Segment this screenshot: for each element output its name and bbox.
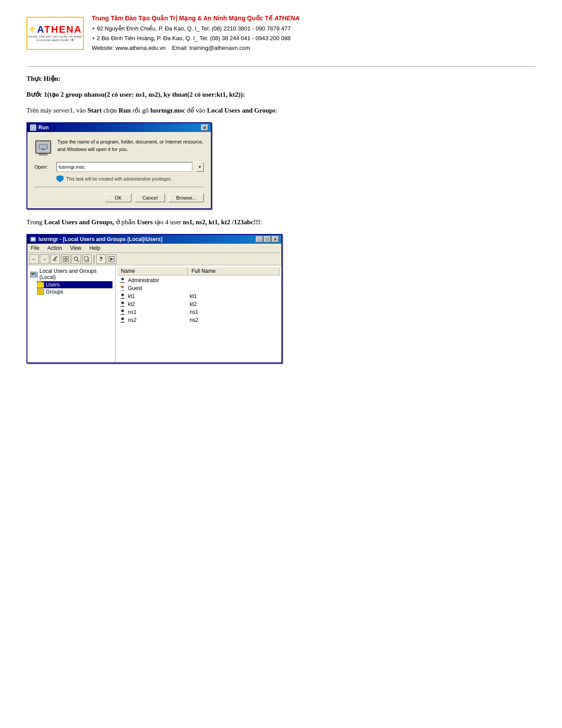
guest-user-icon bbox=[119, 285, 126, 292]
lusrmgr-toolbar: ← → ? bbox=[27, 253, 281, 265]
svg-point-30 bbox=[121, 302, 124, 304]
menu-view[interactable]: View bbox=[69, 245, 82, 252]
lusrmgr-titlebar: lusrmgr - [Local Users and Groups (Local… bbox=[27, 235, 281, 244]
user-name: ns2 bbox=[128, 317, 136, 323]
svg-marker-19 bbox=[110, 257, 113, 261]
run-ok-button[interactable]: OK bbox=[105, 193, 131, 202]
user-icon bbox=[119, 301, 126, 308]
address2: + 2 Bis Đinh Tiên Hoàng, P. Đa Kao, Q. I… bbox=[92, 34, 300, 43]
table-column-headers: Name Full Name bbox=[117, 267, 280, 275]
sidebar-item-groups[interactable]: Groups bbox=[37, 288, 112, 295]
run-description: Type the name of a program, folder, docu… bbox=[57, 138, 204, 153]
users-folder-icon bbox=[37, 282, 44, 288]
run-open-input[interactable] bbox=[56, 162, 192, 172]
table-row[interactable]: kt1 kt1 bbox=[117, 292, 280, 300]
run-cancel-button[interactable]: Cancel bbox=[135, 193, 165, 202]
svg-line-15 bbox=[77, 260, 79, 262]
lusrmgr-bold2: Users bbox=[137, 219, 153, 226]
lusrmgr-root-icon bbox=[30, 271, 38, 278]
lusrmgr-titlebar-buttons: _ □ × bbox=[256, 236, 279, 242]
shield-icon bbox=[56, 175, 64, 182]
menu-action[interactable]: Action bbox=[46, 245, 63, 252]
groups-folder-icon bbox=[37, 289, 44, 295]
intro-start: Start bbox=[87, 107, 102, 114]
svg-point-31 bbox=[121, 309, 124, 312]
table-row[interactable]: ns1 ns1 bbox=[117, 308, 280, 316]
lusrmgr-minimize-button[interactable]: _ bbox=[256, 236, 263, 242]
toolbar-forward-button[interactable]: → bbox=[40, 254, 49, 264]
lusrmgr-prefix: Trong bbox=[26, 219, 44, 226]
lusrmgr-suffix: tạo 4 user bbox=[153, 219, 183, 226]
svg-rect-8 bbox=[53, 260, 56, 261]
header-divider bbox=[26, 66, 536, 67]
step1-heading-block: Bước 1(tạo 2 group nhansu(2 có user: ns1… bbox=[26, 91, 536, 98]
lusrmgr-close-button[interactable]: × bbox=[272, 236, 279, 242]
menu-file[interactable]: File bbox=[30, 245, 40, 252]
user-name-cell: kt1 bbox=[117, 293, 188, 300]
run-browse-button[interactable]: Browse... bbox=[169, 193, 204, 202]
lusrmgr-main-panel: Name Full Name Administrator Gu bbox=[116, 265, 281, 362]
lusrmgr-mid: ở phần bbox=[114, 219, 137, 226]
section-label: Thực Hiện: bbox=[26, 75, 60, 82]
col-header-fullname[interactable]: Full Name bbox=[188, 267, 280, 275]
svg-rect-4 bbox=[42, 149, 45, 150]
admin-note-text: This task will be created with administr… bbox=[66, 177, 172, 181]
toolbar-play-button[interactable] bbox=[107, 254, 116, 264]
lusrmgr-bold1: Local Users and Groups, bbox=[44, 219, 114, 226]
user-icon bbox=[119, 293, 126, 300]
sidebar-children: Users Groups bbox=[37, 281, 112, 295]
col-header-name[interactable]: Name bbox=[117, 267, 188, 275]
header-contact: Trung Tâm Đào Tạo Quản Trị Mạng & An Nin… bbox=[92, 13, 300, 53]
table-row[interactable]: ns2 ns2 bbox=[117, 316, 280, 324]
svg-point-14 bbox=[74, 257, 78, 260]
intro-cmd: lusrmgr.msc bbox=[150, 107, 185, 114]
admin-user-icon bbox=[119, 277, 126, 284]
sidebar-users-label: Users bbox=[46, 282, 60, 288]
menu-help[interactable]: Help bbox=[89, 245, 101, 252]
run-dialog-body: Type the name of a program, folder, docu… bbox=[27, 132, 211, 208]
lusrmgr-title-text: lusrmgr - [Local Users and Groups (Local… bbox=[38, 236, 162, 242]
table-row[interactable]: Guest bbox=[117, 284, 280, 292]
intro-suffix: để vào bbox=[185, 107, 207, 114]
logo-text: ATHENA bbox=[37, 24, 82, 35]
toolbar-back-button[interactable]: ← bbox=[29, 254, 39, 264]
run-title-icon bbox=[30, 124, 36, 131]
lusrmgr-title-icon bbox=[30, 236, 36, 242]
sidebar-root[interactable]: Local Users and Groups (Local) bbox=[30, 268, 112, 280]
toolbar-search-button[interactable] bbox=[71, 254, 81, 264]
svg-rect-25 bbox=[35, 275, 37, 276]
sidebar-item-users[interactable]: Users bbox=[37, 281, 112, 288]
user-fullname-cell: ns1 bbox=[188, 309, 280, 315]
lusrmgr-sidebar: Local Users and Groups (Local) Users Gro… bbox=[27, 265, 116, 362]
svg-point-27 bbox=[121, 286, 124, 288]
table-row[interactable]: kt2 kt2 bbox=[117, 300, 280, 308]
run-close-button[interactable]: × bbox=[201, 124, 208, 131]
svg-rect-13 bbox=[66, 260, 68, 262]
lusrmgr-menubar: File Action View Help bbox=[27, 244, 281, 253]
table-row[interactable]: Administrator bbox=[117, 276, 280, 284]
intro-paragraph: Trên máy server1, vào Start chọn Run rồi… bbox=[26, 106, 536, 114]
logo-subtitle: TRUNG TÂM ĐÀO TẠO QUẢN TRỊ MẠNG & AN NIN… bbox=[27, 35, 83, 42]
svg-marker-9 bbox=[53, 256, 57, 260]
intro-local: Local Users and Groups bbox=[207, 107, 275, 114]
user-icon bbox=[119, 317, 126, 324]
user-name-cell: ns1 bbox=[117, 309, 188, 316]
lusrmgr-maximize-button[interactable]: □ bbox=[264, 236, 271, 242]
svg-rect-12 bbox=[63, 260, 65, 262]
run-dialog: Run × Type the name of a program, folder… bbox=[26, 122, 212, 209]
section-label-block: Thực Hiện: bbox=[26, 75, 536, 83]
svg-rect-24 bbox=[31, 275, 33, 276]
toolbar-help-button[interactable]: ? bbox=[96, 254, 106, 264]
intro-mid2: rồi gõ bbox=[131, 107, 150, 114]
lusrmgr-intro-paragraph: Trong Local Users and Groups, ở phần Use… bbox=[26, 218, 536, 226]
user-fullname-cell: kt1 bbox=[188, 293, 280, 299]
toolbar-edit-button[interactable] bbox=[50, 254, 60, 264]
toolbar-grid-button[interactable] bbox=[61, 254, 71, 264]
run-dropdown-arrow[interactable]: ▼ bbox=[196, 162, 204, 172]
step1-heading: Bước 1(tạo 2 group nhansu(2 có user: ns1… bbox=[26, 91, 245, 98]
toolbar-copy-button[interactable] bbox=[82, 254, 92, 264]
run-buttons: OK Cancel Browse... bbox=[34, 192, 204, 204]
svg-point-32 bbox=[121, 317, 124, 320]
run-icon-box bbox=[34, 138, 52, 156]
org-name: Trung Tâm Đào Tạo Quản Trị Mạng & An Nin… bbox=[92, 15, 273, 22]
